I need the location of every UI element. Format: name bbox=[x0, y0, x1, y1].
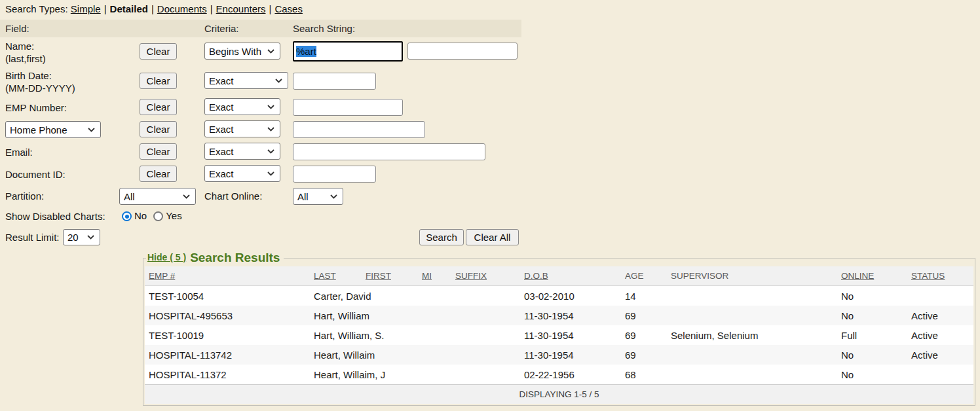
show-disabled-radio-group: NoYes bbox=[122, 210, 189, 221]
cell-name: Hart, William bbox=[310, 306, 520, 325]
nav-separator: | bbox=[269, 3, 272, 14]
document-id-criteria-select[interactable]: Exact bbox=[204, 165, 280, 182]
field-column-header: Field: bbox=[5, 23, 29, 34]
cell-emp: TEST-10054 bbox=[145, 286, 310, 306]
cell-emp: HOSPITAL-11372 bbox=[145, 365, 310, 385]
cell-online: No bbox=[837, 306, 907, 325]
document-id-clear-button[interactable]: Clear bbox=[140, 166, 177, 182]
cell-age: 68 bbox=[621, 365, 667, 385]
column-header-age: AGE bbox=[621, 266, 667, 286]
birth-date-criteria-select[interactable]: Exact bbox=[204, 72, 288, 89]
emp-number-field-label: EMP Number: bbox=[5, 101, 67, 114]
cell-dob: 03-02-2010 bbox=[520, 286, 621, 306]
name-clear-button[interactable]: Clear bbox=[140, 43, 177, 60]
chevron-down-icon bbox=[183, 194, 190, 199]
chevron-down-icon bbox=[267, 105, 274, 109]
cell-status: Active bbox=[907, 325, 973, 345]
column-header-emp[interactable]: EMP # bbox=[145, 266, 310, 286]
partition-select[interactable]: All bbox=[119, 188, 196, 205]
emp-number-criteria-select[interactable]: Exact bbox=[204, 98, 280, 115]
cell-online: No bbox=[837, 345, 907, 365]
chevron-down-icon bbox=[267, 127, 274, 132]
displaying-count: DISPLAYING 1-5 / 5 bbox=[145, 385, 973, 404]
cell-online: Full bbox=[837, 325, 907, 345]
email-field-label: Email: bbox=[5, 146, 33, 158]
table-row[interactable]: HOSPITAL-113742 Heart, Willaim 11-30-195… bbox=[145, 345, 973, 365]
cell-age: 69 bbox=[621, 325, 667, 345]
chevron-down-icon bbox=[87, 235, 94, 240]
column-header-last[interactable]: LAST bbox=[310, 266, 362, 286]
name-criteria-select[interactable]: Begins With bbox=[204, 43, 280, 60]
results-header-row: EMP # LAST FIRST MI SUFFIX D.O.B AGE SUP… bbox=[145, 266, 973, 286]
cell-emp: HOSPITAL-495653 bbox=[145, 306, 310, 325]
chart-online-label: Chart Online: bbox=[204, 190, 262, 202]
chevron-down-icon bbox=[267, 49, 274, 54]
cell-dob: 11-30-1954 bbox=[520, 306, 621, 325]
column-header-status[interactable]: STATUS bbox=[907, 266, 973, 286]
nav-item-detailed-active[interactable]: Detailed bbox=[110, 3, 148, 14]
nav-link-encounters[interactable]: Encounters bbox=[216, 3, 266, 14]
partition-field-label: Partition: bbox=[5, 190, 44, 202]
document-id-field-label: Document ID: bbox=[5, 168, 66, 181]
chevron-down-icon bbox=[267, 171, 274, 176]
cell-online: No bbox=[837, 286, 907, 306]
email-clear-button[interactable]: Clear bbox=[140, 143, 177, 160]
column-header-suffix[interactable]: SUFFIX bbox=[451, 266, 520, 286]
nav-link-cases[interactable]: Cases bbox=[274, 3, 303, 14]
hide-results-link[interactable]: Hide ( 5 ) bbox=[147, 252, 186, 262]
emp-number-clear-button[interactable]: Clear bbox=[140, 99, 177, 115]
table-row[interactable]: TEST-10054 Carter, David 03-02-2010 14 N… bbox=[145, 286, 973, 306]
search-string-column-header: Search String: bbox=[293, 23, 355, 34]
radio-no[interactable] bbox=[122, 211, 132, 221]
search-button[interactable]: Search bbox=[419, 229, 464, 245]
phone-search-input[interactable] bbox=[293, 121, 425, 138]
birth-date-search-input[interactable] bbox=[293, 73, 376, 90]
search-results-legend: Hide ( 5 )Search Results bbox=[146, 251, 284, 265]
birth-date-clear-button[interactable]: Clear bbox=[140, 73, 177, 89]
table-row[interactable]: HOSPITAL-495653 Hart, William 11-30-1954… bbox=[145, 306, 973, 325]
column-header-online[interactable]: ONLINE bbox=[837, 266, 907, 286]
table-row[interactable]: TEST-10019 Hart, William, S. 11-30-1954 … bbox=[145, 325, 973, 345]
document-id-search-input[interactable] bbox=[293, 166, 376, 183]
result-limit-label: Result Limit: bbox=[5, 231, 60, 243]
cell-emp: HOSPITAL-113742 bbox=[145, 345, 310, 365]
column-header-first[interactable]: FIRST bbox=[362, 266, 418, 286]
phone-field-select[interactable]: Home Phone bbox=[5, 121, 101, 138]
cell-status bbox=[907, 286, 973, 306]
cell-dob: 02-22-1956 bbox=[520, 365, 621, 385]
cell-supervisor bbox=[667, 345, 837, 365]
chart-online-select[interactable]: All bbox=[293, 188, 343, 205]
cell-online: No bbox=[837, 365, 907, 385]
cell-status: Active bbox=[907, 306, 973, 325]
chevron-down-icon bbox=[267, 149, 274, 154]
column-header-dob[interactable]: D.O.B bbox=[520, 266, 621, 286]
cell-status: Active bbox=[907, 345, 973, 365]
nav-link-simple[interactable]: Simple bbox=[71, 3, 101, 14]
cell-supervisor bbox=[667, 365, 837, 385]
email-criteria-select[interactable]: Exact bbox=[204, 143, 280, 160]
result-limit-select[interactable]: 20 bbox=[63, 229, 100, 245]
name-field-label: Name: (last,first) bbox=[5, 40, 46, 65]
phone-clear-button[interactable]: Clear bbox=[140, 121, 177, 137]
nav-link-documents[interactable]: Documents bbox=[157, 3, 207, 14]
radio-yes-label: Yes bbox=[166, 210, 181, 221]
radio-yes[interactable] bbox=[153, 211, 163, 221]
chevron-down-icon bbox=[275, 79, 282, 83]
cell-supervisor bbox=[667, 306, 837, 325]
phone-criteria-select[interactable]: Exact bbox=[204, 120, 280, 137]
name-first-search-input[interactable] bbox=[407, 43, 518, 60]
name-search-input[interactable]: %art bbox=[293, 41, 403, 62]
clear-all-button[interactable]: Clear All bbox=[466, 229, 519, 245]
show-disabled-charts-label: Show Disabled Charts: bbox=[5, 210, 105, 223]
email-search-input[interactable] bbox=[293, 143, 485, 160]
table-row[interactable]: HOSPITAL-11372 Heart, Willaim, J 02-22-1… bbox=[145, 365, 973, 385]
cell-name: Heart, Willaim, J bbox=[310, 365, 520, 385]
cell-status bbox=[907, 365, 973, 385]
chevron-down-icon bbox=[330, 194, 337, 199]
cell-age: 69 bbox=[621, 345, 667, 365]
radio-no-label: No bbox=[134, 210, 147, 221]
column-header-supervisor: SUPERVISOR bbox=[667, 266, 837, 286]
emp-number-search-input[interactable] bbox=[293, 99, 403, 116]
nav-separator: | bbox=[104, 3, 107, 14]
column-header-mi[interactable]: MI bbox=[418, 266, 451, 286]
